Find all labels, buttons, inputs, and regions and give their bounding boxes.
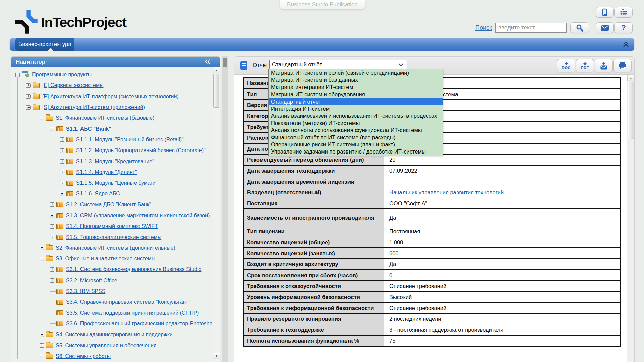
download-arrow-icon	[583, 62, 587, 65]
search-link[interactable]: Поиск	[475, 24, 492, 32]
tree-item-label[interactable]: S1.1.4. Модуль "Дилинг"	[76, 169, 137, 175]
tree-item-label[interactable]: S1.5. Торгово-аналитические системы	[66, 234, 161, 240]
tree-item-label[interactable]: S3. Офисные и аналитические системы	[56, 256, 155, 262]
content-scrollbar[interactable]: ▲	[627, 75, 634, 362]
navigator-scrollbar[interactable]: ▲ ▼	[213, 67, 220, 362]
tree-item-label[interactable]: S1.1.3. Модуль "Кредитование"	[76, 159, 154, 165]
language-button[interactable]	[614, 7, 633, 18]
row-value: 600	[384, 248, 620, 258]
collapse-node-icon[interactable]: −	[40, 257, 44, 261]
collapse-node-icon[interactable]: −	[26, 105, 31, 110]
send-report-button[interactable]	[595, 59, 613, 72]
tree-item-label[interactable]: S6. Системы - роботы	[56, 353, 111, 359]
dropdown-option[interactable]: Анализ взаимосвязей и использования ИТ-с…	[269, 112, 443, 119]
row-label: Владелец (ответственный)	[244, 187, 384, 198]
expand-node-icon[interactable]: +	[50, 202, 54, 207]
report-dropdown-list: Матрица ИТ-систем и ролей (связей с орге…	[268, 69, 443, 156]
expand-node-icon[interactable]: +	[50, 278, 54, 283]
export-doc-button[interactable]: DOC	[557, 59, 575, 72]
tree-item-label[interactable]: S3.6. Профессиональный графический редак…	[66, 321, 213, 327]
search-button[interactable]	[570, 22, 589, 33]
doc-label: DOC	[562, 66, 571, 70]
tree-item-label[interactable]: S1.1.2. Модуль "Корпоративный бизнес (Co…	[76, 147, 206, 154]
tree-item-label[interactable]: S1.3. CRM (управление маркетингом и клие…	[66, 213, 210, 219]
splitter-thumb[interactable]	[223, 58, 227, 67]
expand-node-icon[interactable]: +	[50, 267, 54, 272]
expand-node-icon[interactable]: +	[50, 235, 54, 239]
collapse-navigator-icon[interactable]	[205, 59, 210, 64]
collapse-node-icon[interactable]: −	[15, 73, 20, 77]
tree-item: −S1.1. АБС "Bank"	[15, 123, 213, 134]
tree-item-label[interactable]: S3.4. Справочно-правовая система "Консул…	[66, 299, 190, 305]
tree-item-label[interactable]: S3.1. Система бизнес-моделирования Busin…	[66, 266, 201, 273]
tree-item-label[interactable]: [E] Сервисы экосистемы	[42, 82, 103, 88]
row-label: Требование к техподдержке	[244, 324, 384, 335]
expand-node-icon[interactable]: +	[60, 170, 64, 174]
tree-item-label[interactable]: S3.3. IBM SPSS	[66, 288, 105, 294]
expand-node-icon[interactable]: +	[60, 192, 64, 196]
expand-node-icon[interactable]: +	[60, 148, 64, 153]
tree-item-label[interactable]: S1.1.1. Модуль "Розничный бизнес (Retail…	[76, 137, 184, 143]
tab-business-architecture[interactable]: Бизнес-архитектура	[15, 38, 74, 51]
navigator-tree: −Программные продукты+[E] Сервисы экосис…	[11, 67, 213, 362]
tree-item-label[interactable]: [P] Архитектура ИТ-платформ (системных т…	[42, 94, 179, 100]
tree-item-label[interactable]: S1. Финансовые ИТ-системы (базовые)	[56, 115, 154, 121]
expand-node-icon[interactable]: +	[26, 83, 31, 88]
tree-item-label[interactable]: S1.4. Программный комплекс SWIFT	[66, 223, 158, 229]
tree-item-label[interactable]: S1.2. Система ДБО "Клиент-Банк"	[66, 202, 151, 208]
dropdown-option[interactable]: Анализ полноты использования функционала…	[269, 127, 443, 134]
tree-item: −Программные продукты	[15, 69, 213, 80]
dropdown-option[interactable]: Финансовый отчёт по ИТ-системе (все расх…	[269, 134, 443, 141]
dropdown-option[interactable]: Матрица интеграции ИТ-систем	[269, 84, 443, 91]
expand-node-icon[interactable]: +	[40, 354, 44, 358]
row-label: Уровень информационной безопасности	[244, 292, 384, 302]
dropdown-option[interactable]: Управление задачами по развитию / дорабо…	[269, 148, 443, 155]
expand-node-icon[interactable]: +	[40, 333, 44, 337]
folder-icon	[46, 343, 53, 348]
expand-node-icon[interactable]: +	[40, 343, 44, 348]
dropdown-option[interactable]: Матрица ИТ-систем и ролей (связей с орге…	[269, 69, 443, 76]
scroll-up-icon[interactable]: ▲	[627, 75, 635, 81]
expand-node-icon[interactable]: +	[60, 137, 64, 142]
dropdown-option[interactable]: Матрица ИТ-систем и оборудования	[269, 91, 443, 98]
feedback-button[interactable]	[596, 22, 614, 33]
tree-item-label[interactable]: S3.5. Система поддержки принятия решений…	[66, 310, 199, 316]
scrollbar-thumb[interactable]	[628, 82, 634, 139]
collapse-node-icon[interactable]: −	[40, 116, 44, 120]
tree-item-label[interactable]: S2. Финансовые ИТ-системы (дополнительны…	[56, 245, 175, 251]
row-value-link[interactable]: Начальник управления развития технологий	[384, 187, 620, 198]
tree-item-label[interactable]: S3.2. Microsoft Office	[66, 278, 117, 284]
scroll-down-icon[interactable]: ▼	[213, 353, 220, 359]
expand-node-icon[interactable]: +	[50, 224, 54, 229]
tree-item-label[interactable]: [S] Архитектура ИТ-систем (приложений)	[42, 104, 145, 110]
tree-item-label[interactable]: S1.1. АБС "Bank"	[66, 126, 111, 132]
scroll-up-icon[interactable]: ▲	[213, 67, 220, 73]
tree-item-label[interactable]: S4. Системы администрирования и поддержк…	[56, 331, 173, 338]
dropdown-option[interactable]: Показатели (метрики) ИТ-системы	[269, 120, 443, 127]
mobile-version-button[interactable]	[596, 7, 614, 18]
collapse-node-icon[interactable]: −	[50, 127, 54, 131]
dropdown-option[interactable]: Операционные риски ИТ-системы (план и фа…	[269, 141, 443, 148]
dropdown-option-selected[interactable]: Стандартный отчёт	[269, 98, 443, 105]
scrollbar-thumb[interactable]	[213, 74, 219, 108]
tree-item-label[interactable]: S1.1.6. Ядро АБС	[76, 191, 120, 197]
dropdown-option[interactable]: Интеграция ИТ-систем	[269, 105, 443, 112]
expand-node-icon[interactable]: +	[60, 181, 64, 185]
help-button[interactable]: ?	[614, 22, 633, 33]
report-select[interactable]: Стандартный отчёт	[269, 60, 407, 69]
tree-item-label[interactable]: S5. Системы управления и обеспечения	[56, 343, 157, 349]
export-pdf-button[interactable]: PDF	[576, 59, 594, 72]
tree-item-label[interactable]: S1.1.5. Модуль "Ценные бумаги"	[76, 180, 157, 186]
dropdown-option[interactable]: Матрица ИТ-систем и баз данных	[269, 76, 443, 83]
it-system-icon	[66, 137, 73, 142]
expand-node-icon[interactable]: +	[60, 159, 64, 164]
expand-node-icon[interactable]: +	[40, 246, 44, 250]
splitter-scrollbar[interactable]	[222, 56, 228, 362]
tree-item: +S2. Финансовые ИТ-системы (дополнительн…	[15, 243, 213, 253]
search-input[interactable]	[495, 23, 567, 33]
tree-item-label[interactable]: Программные продукты	[32, 72, 92, 78]
expand-node-icon[interactable]: +	[50, 214, 54, 218]
print-button[interactable]	[613, 59, 632, 72]
expand-node-icon[interactable]: +	[26, 94, 31, 99]
collapse-bar-icon[interactable]	[622, 41, 630, 48]
